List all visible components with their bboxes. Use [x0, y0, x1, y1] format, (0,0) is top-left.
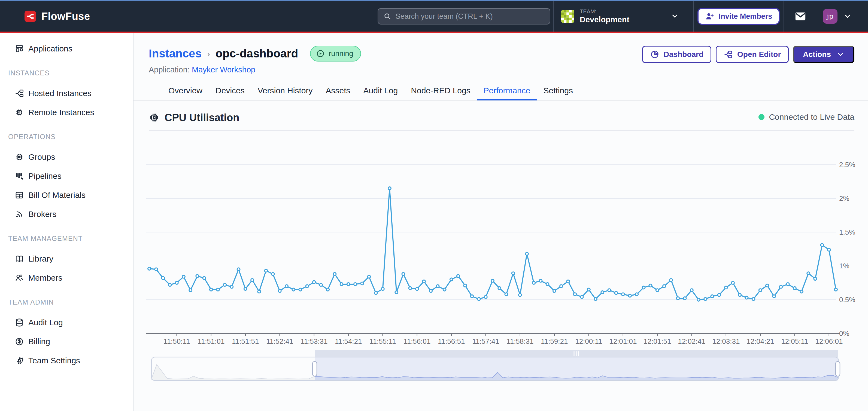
search-icon [383, 12, 391, 21]
y-axis-label: 0.5% [839, 296, 855, 304]
sidebar-item-label: Remote Instances [28, 108, 94, 117]
sidebar-item-team-settings[interactable]: Team Settings [0, 351, 133, 370]
team-label: TEAM: [580, 8, 629, 15]
tab-overview[interactable]: Overview [162, 82, 209, 100]
user-menu[interactable]: jp [817, 1, 868, 32]
cpu-icon [149, 112, 160, 123]
sidebar: ApplicationsINSTANCESHosted InstancesRem… [0, 33, 133, 411]
flowfuse-logo-icon [25, 11, 36, 22]
panel-title: CPU Utilisation [149, 112, 239, 130]
gear-icon [15, 356, 24, 365]
green-status-dot [758, 114, 765, 120]
status-text: running [329, 49, 353, 58]
sidebar-section-team-admin: TEAM ADMIN [0, 296, 133, 308]
flowfuse-logo[interactable]: FlowFuse [25, 11, 90, 22]
applications-icon [15, 44, 24, 53]
sidebar-item-library[interactable]: Library [0, 249, 133, 268]
tab-version-history[interactable]: Version History [251, 82, 319, 100]
sidebar-item-label: Team Settings [28, 356, 80, 365]
sidebar-item-hosted-instances[interactable]: Hosted Instances [0, 84, 133, 103]
x-axis-label: 11:51:01 [197, 337, 224, 345]
play-circle-icon [316, 49, 325, 58]
notifications-button[interactable] [784, 1, 817, 32]
open-editor-button[interactable]: Open Editor [716, 46, 789, 63]
invite-members-button[interactable]: Invite Members [698, 8, 780, 25]
x-axis-label: 12:04:21 [746, 337, 774, 345]
sidebar-item-label: Groups [28, 152, 55, 162]
y-axis-label: 1% [839, 262, 849, 270]
sidebar-item-pipelines[interactable]: Pipelines [0, 167, 133, 185]
sidebar-item-applications[interactable]: Applications [0, 39, 133, 58]
application-row: Application: Mayker Workshop [149, 65, 855, 74]
sidebar-item-brokers[interactable]: Brokers [0, 205, 133, 224]
x-axis-label: 11:56:51 [438, 337, 465, 345]
rss-icon [15, 210, 24, 219]
x-axis-label: 11:55:11 [369, 337, 396, 345]
tab-audit-log[interactable]: Audit Log [357, 82, 405, 100]
tab-assets[interactable]: Assets [319, 82, 356, 100]
sidebar-item-label: Bill Of Materials [28, 191, 86, 200]
sidebar-item-label: Pipelines [28, 171, 62, 181]
x-axis-label: 11:54:21 [335, 337, 362, 345]
x-axis-label: 11:51:51 [232, 337, 259, 345]
actions-button[interactable]: Actions [793, 46, 855, 63]
sidebar-item-label: Members [28, 273, 62, 282]
chevron-down-icon [671, 12, 679, 20]
live-data-status: Connected to Live Data [758, 112, 855, 122]
sidebar-item-label: Audit Log [28, 318, 63, 327]
tab-devices[interactable]: Devices [209, 82, 251, 100]
open-editor-label: Open Editor [737, 50, 781, 59]
panel-title-text: CPU Utilisation [164, 112, 239, 124]
flowfuse-app: FlowFuse TEAM: Development [0, 0, 868, 411]
node-editor-icon [723, 50, 733, 59]
chip2-icon [15, 152, 24, 162]
instance-name: opc-dashboard [216, 47, 298, 60]
team-name: Development [580, 15, 629, 24]
sidebar-item-label: Library [28, 254, 53, 264]
search-input[interactable] [396, 12, 544, 21]
x-axis-label: 12:00:11 [575, 337, 602, 345]
sidebar-item-label: Brokers [28, 210, 56, 219]
application-link[interactable]: Mayker Workshop [192, 65, 255, 74]
x-axis-label: 11:50:11 [163, 337, 190, 345]
x-axis-label: 11:57:41 [472, 337, 499, 345]
pie-chart-icon [650, 50, 659, 59]
x-axis-label: 11:52:41 [266, 337, 293, 345]
x-axis-label: 12:02:41 [678, 337, 705, 345]
tab-settings[interactable]: Settings [537, 82, 579, 100]
dollar-icon [15, 337, 24, 346]
nodes-icon [15, 89, 24, 98]
dashboard-button[interactable]: Dashboard [642, 46, 711, 63]
book-icon [15, 254, 24, 264]
tab-node-red-logs[interactable]: Node-RED Logs [404, 82, 477, 100]
x-axis-label: 12:06:01 [815, 337, 843, 345]
main-content: Instances › opc-dashboard running Applic… [133, 33, 868, 411]
y-axis-label: 2.5% [839, 161, 855, 169]
dashboard-label: Dashboard [664, 50, 704, 59]
breadcrumb-chevron-icon: › [207, 48, 210, 59]
x-axis-label: 12:01:01 [609, 337, 637, 345]
navigator-handle[interactable] [312, 362, 317, 376]
sidebar-section-operations: OPERATIONS [0, 131, 133, 143]
sidebar-item-label: Applications [28, 44, 72, 53]
team-search[interactable] [378, 8, 550, 25]
x-axis-label: 11:56:01 [403, 337, 430, 345]
y-axis-label: 0% [839, 329, 849, 338]
sidebar-item-remote-instances[interactable]: Remote Instances [0, 103, 133, 122]
breadcrumb-instances-link[interactable]: Instances [149, 47, 202, 60]
navigator-handle[interactable] [836, 362, 840, 376]
mail-icon [794, 10, 807, 23]
actions-label: Actions [803, 50, 831, 59]
chip-icon [15, 108, 24, 117]
sidebar-item-billing[interactable]: Billing [0, 332, 133, 351]
tab-performance[interactable]: Performance [477, 82, 537, 100]
sidebar-item-label: Hosted Instances [28, 89, 92, 98]
table-icon [15, 191, 24, 200]
sidebar-item-members[interactable]: Members [0, 268, 133, 287]
sidebar-item-audit-log[interactable]: Audit Log [0, 313, 133, 332]
sidebar-item-bill-of-materials[interactable]: Bill Of Materials [0, 185, 133, 205]
team-selector[interactable]: TEAM: Development [554, 1, 693, 32]
sidebar-item-groups[interactable]: Groups [0, 147, 133, 167]
pipelines-icon [15, 171, 24, 181]
x-axis-label: 12:05:11 [781, 337, 808, 345]
